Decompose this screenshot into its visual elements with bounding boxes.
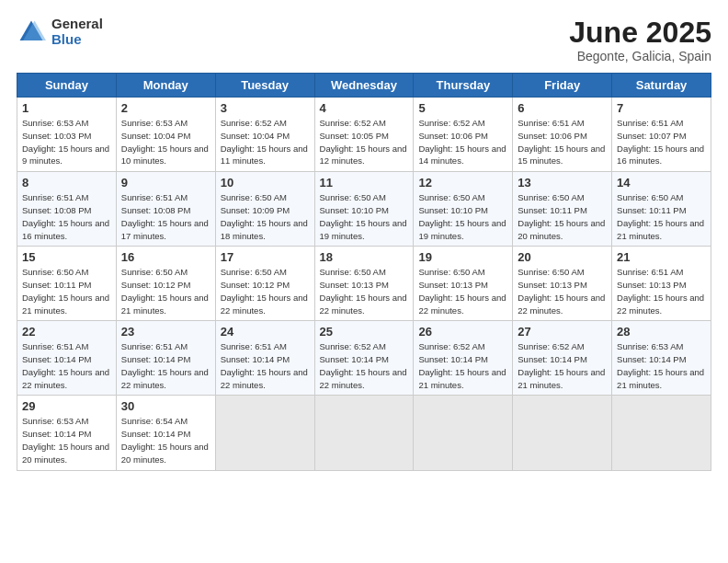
day-info: Sunrise: 6:52 AMSunset: 10:05 PMDaylight… — [320, 118, 407, 166]
day-info: Sunrise: 6:50 AMSunset: 10:10 PMDaylight… — [418, 192, 506, 240]
calendar-week-row: 22 Sunrise: 6:51 AMSunset: 10:14 PMDayli… — [17, 321, 711, 396]
day-info: Sunrise: 6:50 AMSunset: 10:11 PMDaylight… — [22, 267, 109, 315]
day-number: 26 — [418, 325, 507, 339]
calendar-cell: 14 Sunrise: 6:50 AMSunset: 10:11 PMDayli… — [612, 172, 711, 247]
calendar-cell: 10 Sunrise: 6:50 AMSunset: 10:09 PMDayli… — [215, 172, 314, 247]
calendar-cell: 13 Sunrise: 6:50 AMSunset: 10:11 PMDayli… — [513, 172, 612, 247]
day-number: 4 — [320, 101, 409, 115]
calendar-cell: 17 Sunrise: 6:50 AMSunset: 10:12 PMDayli… — [215, 247, 314, 321]
day-number: 1 — [22, 101, 111, 115]
calendar-cell: 16 Sunrise: 6:50 AMSunset: 10:12 PMDayli… — [116, 247, 215, 321]
day-number: 21 — [617, 250, 706, 264]
header-wednesday: Wednesday — [314, 74, 414, 98]
day-info: Sunrise: 6:52 AMSunset: 10:14 PMDaylight… — [320, 341, 407, 389]
calendar-cell: 26 Sunrise: 6:52 AMSunset: 10:14 PMDayli… — [414, 321, 513, 396]
day-info: Sunrise: 6:51 AMSunset: 10:14 PMDaylight… — [121, 341, 209, 389]
day-number: 28 — [617, 325, 706, 339]
header-sunday: Sunday — [17, 74, 117, 98]
day-number: 16 — [121, 250, 210, 264]
calendar-cell: 11 Sunrise: 6:50 AMSunset: 10:10 PMDayli… — [314, 172, 414, 247]
logo-general: General — [51, 17, 103, 32]
calendar-cell: 23 Sunrise: 6:51 AMSunset: 10:14 PMDayli… — [116, 321, 215, 396]
calendar-cell — [215, 396, 314, 470]
day-number: 13 — [518, 176, 607, 190]
calendar-cell: 19 Sunrise: 6:50 AMSunset: 10:13 PMDayli… — [414, 247, 513, 321]
day-info: Sunrise: 6:52 AMSunset: 10:04 PMDaylight… — [221, 118, 308, 166]
subtitle: Begonte, Galicia, Spain — [569, 49, 711, 63]
calendar-week-row: 8 Sunrise: 6:51 AMSunset: 10:08 PMDaylig… — [17, 172, 711, 247]
day-number: 11 — [320, 176, 409, 190]
day-number: 19 — [418, 250, 507, 264]
calendar-cell — [414, 396, 513, 470]
calendar-cell: 1 Sunrise: 6:53 AMSunset: 10:03 PMDaylig… — [17, 98, 117, 172]
day-number: 3 — [221, 101, 310, 115]
calendar-cell: 8 Sunrise: 6:51 AMSunset: 10:08 PMDaylig… — [17, 172, 117, 247]
calendar-cell: 30 Sunrise: 6:54 AMSunset: 10:14 PMDayli… — [116, 396, 215, 470]
day-info: Sunrise: 6:51 AMSunset: 10:07 PMDaylight… — [617, 118, 704, 166]
day-number: 22 — [22, 325, 111, 339]
day-info: Sunrise: 6:51 AMSunset: 10:08 PMDaylight… — [22, 192, 109, 240]
day-number: 9 — [121, 176, 210, 190]
day-info: Sunrise: 6:53 AMSunset: 10:14 PMDaylight… — [617, 341, 704, 389]
month-title: June 2025 — [569, 17, 711, 49]
day-info: Sunrise: 6:50 AMSunset: 10:13 PMDaylight… — [418, 267, 506, 315]
calendar-cell: 12 Sunrise: 6:50 AMSunset: 10:10 PMDayli… — [414, 172, 513, 247]
calendar-cell: 18 Sunrise: 6:50 AMSunset: 10:13 PMDayli… — [314, 247, 414, 321]
calendar-week-row: 29 Sunrise: 6:53 AMSunset: 10:14 PMDayli… — [17, 396, 711, 470]
calendar-cell: 20 Sunrise: 6:50 AMSunset: 10:13 PMDayli… — [513, 247, 612, 321]
day-info: Sunrise: 6:50 AMSunset: 10:12 PMDaylight… — [121, 267, 209, 315]
calendar-cell: 28 Sunrise: 6:53 AMSunset: 10:14 PMDayli… — [612, 321, 711, 396]
day-info: Sunrise: 6:54 AMSunset: 10:14 PMDaylight… — [121, 416, 209, 464]
day-info: Sunrise: 6:51 AMSunset: 10:14 PMDaylight… — [221, 341, 308, 389]
day-number: 10 — [221, 176, 310, 190]
day-number: 29 — [22, 399, 111, 413]
day-info: Sunrise: 6:53 AMSunset: 10:04 PMDaylight… — [121, 118, 209, 166]
calendar: Sunday Monday Tuesday Wednesday Thursday… — [17, 73, 711, 470]
page: General Blue June 2025 Begonte, Galicia,… — [0, 0, 728, 563]
calendar-cell: 6 Sunrise: 6:51 AMSunset: 10:06 PMDaylig… — [513, 98, 612, 172]
day-number: 6 — [518, 101, 607, 115]
day-number: 14 — [617, 176, 706, 190]
day-number: 7 — [617, 101, 706, 115]
day-number: 24 — [221, 325, 310, 339]
day-number: 12 — [418, 176, 507, 190]
day-info: Sunrise: 6:50 AMSunset: 10:09 PMDaylight… — [221, 192, 308, 240]
calendar-cell — [612, 396, 711, 470]
day-info: Sunrise: 6:53 AMSunset: 10:14 PMDaylight… — [22, 416, 109, 464]
day-info: Sunrise: 6:50 AMSunset: 10:12 PMDaylight… — [221, 267, 308, 315]
header-monday: Monday — [116, 74, 215, 98]
day-info: Sunrise: 6:51 AMSunset: 10:14 PMDaylight… — [22, 341, 109, 389]
calendar-cell: 9 Sunrise: 6:51 AMSunset: 10:08 PMDaylig… — [116, 172, 215, 247]
calendar-cell: 7 Sunrise: 6:51 AMSunset: 10:07 PMDaylig… — [612, 98, 711, 172]
day-number: 18 — [320, 250, 409, 264]
title-area: June 2025 Begonte, Galicia, Spain — [569, 17, 711, 63]
day-number: 2 — [121, 101, 210, 115]
calendar-cell: 5 Sunrise: 6:52 AMSunset: 10:06 PMDaylig… — [414, 98, 513, 172]
day-number: 17 — [221, 250, 310, 264]
logo-icon — [17, 17, 46, 47]
logo: General Blue — [17, 17, 103, 47]
day-number: 25 — [320, 325, 409, 339]
day-info: Sunrise: 6:50 AMSunset: 10:10 PMDaylight… — [320, 192, 407, 240]
header-friday: Friday — [513, 74, 612, 98]
calendar-cell: 24 Sunrise: 6:51 AMSunset: 10:14 PMDayli… — [215, 321, 314, 396]
day-number: 5 — [418, 101, 507, 115]
calendar-cell — [513, 396, 612, 470]
calendar-cell: 21 Sunrise: 6:51 AMSunset: 10:13 PMDayli… — [612, 247, 711, 321]
calendar-week-row: 1 Sunrise: 6:53 AMSunset: 10:03 PMDaylig… — [17, 98, 711, 172]
calendar-cell — [314, 396, 414, 470]
day-number: 30 — [121, 399, 210, 413]
day-number: 20 — [518, 250, 607, 264]
calendar-week-row: 15 Sunrise: 6:50 AMSunset: 10:11 PMDayli… — [17, 247, 711, 321]
calendar-cell: 2 Sunrise: 6:53 AMSunset: 10:04 PMDaylig… — [116, 98, 215, 172]
header: General Blue June 2025 Begonte, Galicia,… — [17, 17, 711, 63]
logo-blue: Blue — [51, 32, 103, 48]
calendar-cell: 22 Sunrise: 6:51 AMSunset: 10:14 PMDayli… — [17, 321, 117, 396]
day-info: Sunrise: 6:50 AMSunset: 10:13 PMDaylight… — [518, 267, 605, 315]
calendar-cell: 3 Sunrise: 6:52 AMSunset: 10:04 PMDaylig… — [215, 98, 314, 172]
calendar-cell: 29 Sunrise: 6:53 AMSunset: 10:14 PMDayli… — [17, 396, 117, 470]
calendar-cell: 25 Sunrise: 6:52 AMSunset: 10:14 PMDayli… — [314, 321, 414, 396]
day-info: Sunrise: 6:52 AMSunset: 10:14 PMDaylight… — [518, 341, 605, 389]
day-number: 8 — [22, 176, 111, 190]
calendar-header-row: Sunday Monday Tuesday Wednesday Thursday… — [17, 74, 711, 98]
